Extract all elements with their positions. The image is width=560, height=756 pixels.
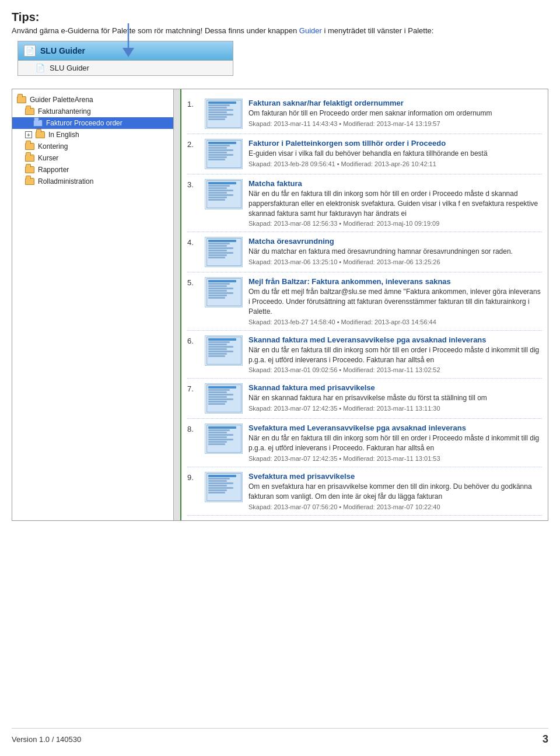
- guide-number: 9.: [187, 472, 199, 482]
- guider-item-icon: 📄: [36, 64, 45, 72]
- thumb-inner: [206, 100, 242, 128]
- guide-number: 3.: [187, 179, 199, 189]
- guide-item: 3. Matcha faktura När en du får en faktu…: [187, 174, 542, 232]
- guide-info: Skannad faktura med Leveransavvikelse pg…: [249, 335, 542, 374]
- sidebar-item-rapporter[interactable]: Rapporter: [12, 164, 180, 176]
- guide-thumbnail: [205, 472, 243, 502]
- sidebar-label: Kurser: [38, 154, 58, 162]
- sidebar-label: Guider PaletteArena: [30, 96, 93, 104]
- sidebar-item-fakturor-proceedo[interactable]: Fakturor Proceedo order: [12, 117, 180, 129]
- guide-thumbnail: [205, 277, 243, 307]
- guide-description: När en du får en faktura till din inkorg…: [249, 345, 542, 365]
- folder-icon: [25, 178, 34, 185]
- guide-meta: Skapad: 2013-mar-07 07:56:20 • Modifiera…: [249, 503, 542, 510]
- sidebar-item-guider-palettearena[interactable]: Guider PaletteArena: [12, 94, 180, 106]
- guide-thumbnail: [205, 179, 243, 209]
- content-area: 1. Fakturan saknar/har felaktigt ordernu…: [181, 89, 548, 520]
- footer-version: Version 1.0 / 140530: [12, 735, 81, 744]
- svg-marker-1: [123, 48, 134, 57]
- guide-description: När en skannad faktura har en prisavvike…: [249, 393, 542, 403]
- sidebar-item-fakturahantering[interactable]: Fakturahantering: [12, 106, 180, 117]
- guide-title[interactable]: Matcha öresavrundning: [249, 237, 542, 246]
- sidebar-label: Fakturahantering: [38, 107, 91, 116]
- guide-number: 8.: [187, 424, 199, 433]
- guide-meta: Skapad: 2013-feb-28 09:56:41 • Modifiera…: [249, 160, 542, 167]
- tips-section: Tips: Använd gärna e-Guiderna för Palett…: [12, 10, 548, 35]
- guide-meta: Skapad: 2013-feb-27 14:58:40 • Modifiera…: [249, 318, 542, 326]
- guide-thumbnail: [205, 237, 243, 267]
- guide-info: Matcha faktura När en du får en faktura …: [249, 179, 542, 227]
- guide-description: E-guiden visar i vilka fall du behöver b…: [249, 149, 542, 159]
- guide-title[interactable]: Fakturor i Paletteinkorgen som tillhör o…: [249, 139, 542, 148]
- guide-item: 6. Skannad faktura med Leveransavvikelse…: [187, 331, 542, 379]
- guide-item: 1. Fakturan saknar/har felaktigt ordernu…: [187, 94, 542, 134]
- down-arrow-icon: [117, 23, 140, 58]
- guide-item: 4. Matcha öresavrundning När du matchar …: [187, 232, 542, 272]
- tips-text1: Använd gärna e-Guiderna för Palette som …: [12, 26, 299, 35]
- guide-item: 2. Fakturor i Paletteinkorgen som tillhö…: [187, 134, 542, 174]
- folder-icon: [25, 108, 34, 115]
- guide-info: Fakturan saknar/har felaktigt ordernumme…: [249, 99, 542, 127]
- sidebar-item-kurser[interactable]: Kurser: [12, 152, 180, 164]
- thumb-inner: [206, 140, 242, 168]
- guide-meta: Skapad: 2013-mar-11 14:43:43 • Modifiera…: [249, 120, 542, 127]
- guide-info: Skannad faktura med prisavvikelse När en…: [249, 383, 542, 412]
- guide-description: Om fakturan hör till en Proceedo order m…: [249, 108, 542, 118]
- thumb-inner: [206, 425, 242, 453]
- sidebar-label: Rolladministration: [38, 177, 93, 186]
- guide-description: När en du får en faktura till din inkorg…: [249, 189, 542, 218]
- guide-title[interactable]: Fakturan saknar/har felaktigt ordernumme…: [249, 99, 542, 107]
- guide-title[interactable]: Matcha faktura: [249, 179, 542, 188]
- guide-title[interactable]: Svefaktura med Leveransavvikelse pga avs…: [249, 424, 542, 432]
- expand-icon[interactable]: +: [25, 131, 32, 138]
- guider-header-label: SLU Guider: [40, 46, 85, 55]
- folder-icon: [17, 96, 26, 103]
- sidebar-scrollbar[interactable]: [173, 89, 180, 520]
- guide-thumbnail: [205, 99, 243, 129]
- sidebar-item-in-english[interactable]: + In English: [12, 129, 180, 141]
- guide-meta: Skapad: 2013-mar-07 12:42:35 • Modifiera…: [249, 455, 542, 462]
- guide-number: 5.: [187, 277, 199, 287]
- thumb-inner: [206, 473, 242, 501]
- guide-description: Om du får ett mejl från baltzar@slu.se m…: [249, 287, 542, 316]
- guider-header-icon: 📄: [24, 45, 36, 57]
- guide-number: 6.: [187, 335, 199, 345]
- guider-link[interactable]: Guider: [299, 26, 322, 35]
- sidebar: Guider PaletteArena Fakturahantering Fak…: [12, 89, 181, 520]
- guide-item: 7. Skannad faktura med prisavvikelse När…: [187, 379, 542, 419]
- thumb-inner: [206, 238, 242, 266]
- guide-title[interactable]: Mejl från Baltzar: Faktura ankommen, inl…: [249, 277, 542, 286]
- guide-title[interactable]: Svefaktura med prisavvikelse: [249, 472, 542, 481]
- folder-icon: [25, 155, 34, 162]
- sidebar-item-kontering[interactable]: Kontering: [12, 141, 180, 152]
- guide-info: Matcha öresavrundning När du matchar en …: [249, 237, 542, 265]
- guide-title[interactable]: Skannad faktura med prisavvikelse: [249, 383, 542, 392]
- guide-item: 8. Svefaktura med Leveransavvikelse pga …: [187, 419, 542, 467]
- guide-info: Svefaktura med prisavvikelse Om en svefa…: [249, 472, 542, 510]
- thumb-inner: [206, 337, 242, 365]
- guide-description: När en du får en faktura till din inkorg…: [249, 433, 542, 453]
- folder-icon: [25, 166, 34, 173]
- footer-page-number: 3: [542, 733, 548, 746]
- guide-description: När du matchar en faktura med öresavrund…: [249, 247, 542, 257]
- tips-title: Tips:: [12, 10, 548, 24]
- tips-text: Använd gärna e-Guiderna för Palette som …: [12, 26, 548, 35]
- guide-number: 4.: [187, 237, 199, 247]
- guide-thumbnail: [205, 383, 243, 414]
- guide-info: Mejl från Baltzar: Faktura ankommen, inl…: [249, 277, 542, 325]
- page-footer: Version 1.0 / 140530 3: [12, 728, 548, 746]
- guide-meta: Skapad: 2013-mar-08 12:56:33 • Modifiera…: [249, 220, 542, 227]
- main-area: Guider PaletteArena Fakturahantering Fak…: [12, 89, 548, 521]
- guide-thumbnail: [205, 424, 243, 454]
- sidebar-item-rolladministration[interactable]: Rolladministration: [12, 176, 180, 187]
- guide-description: Om en svefaktura har en prisavvikelse ko…: [249, 482, 542, 502]
- guide-meta: Skapad: 2013-mar-06 13:25:10 • Modifiera…: [249, 258, 542, 265]
- tips-text2: i menyträdet till vänster i Palette:: [322, 26, 433, 35]
- guide-info: Fakturor i Paletteinkorgen som tillhör o…: [249, 139, 542, 167]
- guide-thumbnail: [205, 139, 243, 169]
- sidebar-label: Kontering: [38, 142, 68, 150]
- guide-list: 1. Fakturan saknar/har felaktigt ordernu…: [181, 89, 548, 520]
- guide-title[interactable]: Skannad faktura med Leveransavvikelse pg…: [249, 335, 542, 344]
- guide-info: Svefaktura med Leveransavvikelse pga avs…: [249, 424, 542, 462]
- folder-icon: [25, 143, 34, 150]
